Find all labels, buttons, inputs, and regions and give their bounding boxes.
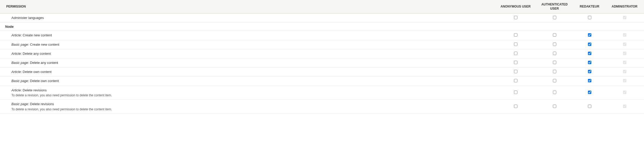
- checkbox-cell: [605, 68, 644, 77]
- permission-checkbox: [623, 70, 626, 73]
- permission-checkbox[interactable]: [588, 91, 591, 94]
- permission-label: Delete any content: [30, 61, 58, 65]
- permission-checkbox[interactable]: [588, 52, 591, 55]
- header-role-administrator: Administrator: [605, 0, 644, 14]
- table-row: Basic page: Delete revisionsTo delete a …: [0, 100, 644, 114]
- permission-label: Create new content: [23, 33, 52, 37]
- permission-type-prefix: Article: [11, 70, 21, 74]
- permission-checkbox[interactable]: [553, 52, 556, 55]
- checkbox-cell: [574, 68, 605, 77]
- permission-checkbox[interactable]: [514, 43, 517, 46]
- section-row: Node: [0, 23, 644, 31]
- permission-checkbox[interactable]: [514, 33, 517, 37]
- permission-label-cell: Basic page: Delete own content: [0, 77, 496, 86]
- permission-checkbox[interactable]: [553, 79, 556, 82]
- checkbox-cell: [535, 40, 574, 49]
- checkbox-cell: [574, 40, 605, 49]
- checkbox-cell: [574, 86, 605, 100]
- permission-type-prefix: Basic page: [11, 102, 28, 106]
- checkbox-cell: [496, 58, 535, 67]
- table-row: Article: Delete own content: [0, 68, 644, 77]
- permission-checkbox[interactable]: [514, 70, 517, 73]
- permission-checkbox[interactable]: [514, 79, 517, 82]
- header-role-redakteur: Redakteur: [574, 0, 605, 14]
- permission-checkbox[interactable]: [588, 70, 591, 73]
- checkbox-cell: [605, 31, 644, 40]
- checkbox-cell: [605, 86, 644, 100]
- checkbox-cell: [605, 77, 644, 86]
- checkbox-cell: [535, 49, 574, 58]
- permission-label: Delete revisions: [23, 88, 47, 92]
- checkbox-cell: [605, 49, 644, 58]
- permission-checkbox[interactable]: [588, 33, 591, 37]
- table-row: Article: Delete any content: [0, 49, 644, 58]
- table-row: Basic page: Delete own content: [0, 77, 644, 86]
- header-role-anonymous: Anonymous User: [496, 0, 535, 14]
- permission-checkbox[interactable]: [588, 105, 591, 108]
- permission-label: Delete any content: [23, 52, 51, 56]
- checkbox-cell: [496, 14, 535, 23]
- permission-checkbox[interactable]: [553, 91, 556, 94]
- permission-checkbox[interactable]: [514, 16, 517, 19]
- checkbox-cell: [496, 68, 535, 77]
- permission-label-cell: Basic page: Create new content: [0, 40, 496, 49]
- table-row: Basic page: Create new content: [0, 40, 644, 49]
- table-row: Basic page: Delete any content: [0, 58, 644, 67]
- permission-label-cell: Basic page: Delete revisionsTo delete a …: [0, 100, 496, 114]
- permission-checkbox[interactable]: [553, 43, 556, 46]
- permission-checkbox: [623, 105, 626, 108]
- checkbox-cell: [535, 68, 574, 77]
- permission-checkbox[interactable]: [514, 91, 517, 94]
- permission-description: To delete a revision, you also need perm…: [11, 107, 494, 112]
- permission-type-prefix: Article: [11, 88, 21, 92]
- permission-checkbox[interactable]: [553, 70, 556, 73]
- checkbox-cell: [496, 31, 535, 40]
- table-header-row: Permission Anonymous User Authenticated …: [0, 0, 644, 14]
- permission-type-prefix: Basic page: [11, 79, 28, 83]
- permission-checkbox[interactable]: [514, 52, 517, 55]
- permission-label-cell: Basic page: Delete any content: [0, 58, 496, 67]
- permission-checkbox[interactable]: [553, 16, 556, 19]
- checkbox-cell: [496, 86, 535, 100]
- table-row: Administer languages: [0, 14, 644, 23]
- checkbox-cell: [605, 14, 644, 23]
- permission-description: To delete a revision, you also need perm…: [11, 93, 494, 98]
- header-role-authenticated: Authenticated User: [535, 0, 574, 14]
- permission-checkbox[interactable]: [588, 43, 591, 46]
- permission-checkbox[interactable]: [553, 61, 556, 64]
- permission-checkbox[interactable]: [514, 105, 517, 108]
- checkbox-cell: [574, 100, 605, 114]
- permission-label: Administer languages: [11, 16, 44, 20]
- checkbox-cell: [605, 100, 644, 114]
- permission-label: Delete own content: [23, 70, 51, 74]
- table-row: Article: Delete revisionsTo delete a rev…: [0, 86, 644, 100]
- permission-checkbox[interactable]: [588, 61, 591, 64]
- checkbox-cell: [574, 58, 605, 67]
- permission-checkbox: [623, 91, 626, 94]
- permission-type-prefix: Basic page: [11, 61, 28, 65]
- checkbox-cell: [605, 58, 644, 67]
- permission-label-cell: Administer languages: [0, 14, 496, 23]
- permission-type-prefix: Basic page: [11, 43, 28, 46]
- permission-type-prefix: Article: [11, 33, 21, 37]
- permission-checkbox[interactable]: [514, 61, 517, 64]
- permission-checkbox: [623, 61, 626, 64]
- checkbox-cell: [496, 100, 535, 114]
- permission-checkbox[interactable]: [553, 33, 556, 37]
- permission-label: Create new content: [30, 43, 59, 46]
- permission-checkbox[interactable]: [588, 16, 591, 19]
- permission-checkbox: [623, 43, 626, 46]
- checkbox-cell: [496, 40, 535, 49]
- permission-checkbox: [623, 16, 626, 19]
- permissions-table: Permission Anonymous User Authenticated …: [0, 0, 644, 114]
- checkbox-cell: [535, 14, 574, 23]
- checkbox-cell: [605, 40, 644, 49]
- checkbox-cell: [574, 77, 605, 86]
- permission-label-cell: Article: Delete own content: [0, 68, 496, 77]
- permission-checkbox[interactable]: [588, 79, 591, 82]
- permission-checkbox[interactable]: [553, 105, 556, 108]
- checkbox-cell: [535, 31, 574, 40]
- permission-checkbox: [623, 52, 626, 55]
- checkbox-cell: [535, 58, 574, 67]
- permission-checkbox: [623, 33, 626, 37]
